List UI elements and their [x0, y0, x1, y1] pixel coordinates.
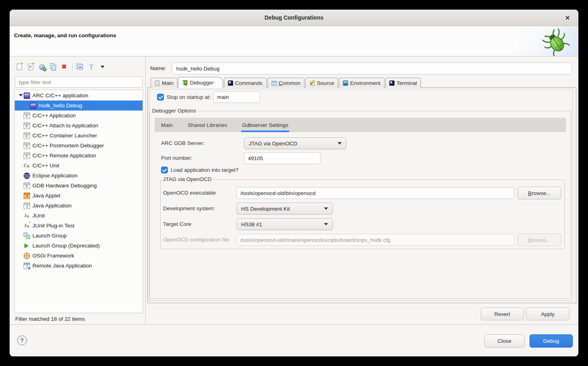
help-icon[interactable]: ? [17, 336, 27, 345]
environment-icon [343, 80, 348, 86]
terminal-icon [389, 80, 395, 86]
tab-commands[interactable]: Commands [224, 78, 267, 88]
tree-item-java-applet[interactable]: Java Applet [15, 191, 143, 201]
tree-item-c-container-launcher[interactable]: C/C++ Container Launcher [15, 131, 143, 141]
chevron-down-icon [324, 207, 328, 210]
file-icon [155, 80, 159, 86]
tree-item-launch-group[interactable]: Launch Group [15, 231, 143, 241]
duplicate-launch-configuration-icon[interactable] [49, 62, 57, 71]
arc-gdb-server-label: ARC GDB Server: [161, 140, 205, 146]
c-window-icon [24, 113, 30, 119]
jtag-openocd-group: JTAG via OpenOCD OpenOCD executable Brow… [160, 179, 565, 249]
tab-main[interactable]: Main [151, 78, 177, 88]
tree-item-c-remote[interactable]: C/C++ Remote Application [15, 151, 143, 161]
tree-item-launch-group-deprecated[interactable]: Launch Group (Deprecated) [15, 241, 143, 251]
tab-source[interactable]: Source [305, 78, 338, 88]
window-title: Debug Configurations [265, 14, 324, 21]
c-window-icon [24, 183, 30, 189]
jtag-openocd-group-label: JTAG via OpenOCD [161, 176, 213, 182]
expander-arrow-icon[interactable] [19, 94, 23, 97]
openocd-config-file-label: OpenOCD configuration file [163, 237, 229, 243]
header-banner: Create, manage, and run configurations [10, 26, 578, 56]
new-prototype-icon[interactable]: P✦ [26, 62, 34, 71]
filter-launch-configurations-icon[interactable] [87, 62, 95, 71]
target-core-combo[interactable]: HS38 #1 [236, 218, 333, 230]
tree-item-junit[interactable]: JUnit [15, 211, 143, 221]
load-application-checkbox[interactable] [161, 167, 168, 173]
tree-item-java-application[interactable]: Java Application [15, 201, 143, 211]
port-number-label: Port number: [161, 155, 192, 161]
openocd-executable-input[interactable] [236, 187, 514, 199]
arc-icon [24, 93, 30, 99]
openocd-executable-label: OpenOCD executable [163, 190, 216, 196]
delete-launch-configuration-icon[interactable]: ✖ [60, 62, 68, 71]
export-launch-configurations-icon[interactable] [38, 62, 46, 71]
configurations-tree: ARC C/C++ application hsdk_hello Debug C… [14, 90, 143, 313]
debug-button[interactable]: Debug [530, 334, 573, 348]
dialog-subtitle: Create, manage, and run configurations [14, 32, 116, 38]
browse-executable-button[interactable]: Browse... [518, 187, 561, 199]
junit-icon [24, 213, 30, 219]
tree-item-junit-plugin-test[interactable]: ✦ JUnit Plug-in Test [15, 221, 143, 231]
dialog-footer: ? Close Debug [10, 325, 578, 356]
tree-item-hsdk-hello-debug[interactable]: hsdk_hello Debug [15, 101, 143, 111]
revert-button[interactable]: Revert [481, 308, 524, 320]
collapse-all-icon[interactable] [76, 62, 84, 71]
arc-gdb-server-combo[interactable]: JTAG via OpenOCD [244, 137, 346, 149]
java-window-icon [24, 203, 30, 209]
tab-environment[interactable]: Environment [339, 78, 385, 88]
tree-item-c-application[interactable]: C/C++ Application [15, 111, 143, 121]
view-menu-arrow-icon[interactable] [99, 62, 107, 71]
openocd-config-file-input [236, 234, 514, 246]
new-launch-configuration-icon[interactable]: ✦ [15, 62, 23, 71]
tree-item-osgi-framework[interactable]: OSGi Framework [15, 251, 143, 261]
table-icon [272, 81, 277, 86]
close-icon[interactable]: ✕ [565, 15, 570, 21]
options-tab-shared-libraries[interactable]: Shared Libraries [187, 118, 227, 132]
filter-status-text: Filter matched 18 of 22 items [15, 316, 85, 322]
remote-java-icon [24, 263, 30, 269]
launch-group-icon [24, 233, 30, 239]
debugger-options-group: Debugger Options Main Shared Libraries G… [149, 111, 571, 299]
toolbar-separator [72, 63, 72, 71]
close-button[interactable]: Close [484, 334, 525, 348]
configuration-editor: Name: Main Debugger Commands Common [146, 56, 578, 324]
tree-item-c-attach[interactable]: C/C++ Attach to Application [15, 121, 143, 131]
tab-terminal[interactable]: Terminal [385, 78, 421, 88]
development-system-combo[interactable]: HS Development Kit [236, 203, 333, 215]
stop-on-startup-label: Stop on startup at: [167, 94, 211, 100]
c-window-icon [24, 133, 30, 139]
c-unit-icon [24, 163, 30, 169]
titlebar[interactable]: Debug Configurations ✕ [10, 10, 578, 26]
apply-button[interactable]: Apply [526, 308, 570, 320]
name-input[interactable] [172, 62, 572, 74]
debug-configurations-dialog: Debug Configurations ✕ [10, 10, 578, 356]
bug-icon [182, 80, 188, 85]
tab-debugger[interactable]: Debugger [178, 77, 223, 88]
tree-item-arc-application[interactable]: ARC C/C++ application [15, 90, 143, 101]
tree-item-c-postmortem[interactable]: C/C++ Postmortem Debugger [15, 141, 143, 151]
browse-config-file-button: Browse... [518, 233, 561, 246]
filter-input[interactable] [15, 76, 143, 88]
c-window-icon [24, 143, 30, 149]
eclipse-sphere-icon [24, 173, 30, 179]
tab-common[interactable]: Common [268, 78, 305, 88]
launch-config-toolbar: ✦ P✦ ✖ [15, 62, 110, 72]
tree-item-eclipse-application[interactable]: Eclipse Application [15, 171, 143, 181]
console-icon [228, 80, 233, 86]
banner-gradient [518, 26, 578, 56]
tree-item-c-unit[interactable]: C/C++ Unit [15, 161, 143, 171]
osgi-target-icon [24, 253, 30, 259]
green-bug-icon [542, 28, 570, 56]
port-number-input[interactable] [244, 152, 320, 164]
options-tab-main[interactable]: Main [161, 118, 173, 132]
tree-item-gdb-hardware[interactable]: GDB Hardware Debugging [15, 181, 143, 191]
junit-plugin-icon: ✦ [24, 223, 30, 229]
arc-icon [30, 103, 36, 109]
tree-item-remote-java[interactable]: Remote Java Application [15, 261, 143, 271]
java-applet-icon [24, 193, 30, 199]
options-tab-gdbserver-settings[interactable]: Gdbserver Settings [242, 118, 288, 132]
source-pencil-icon [309, 80, 315, 86]
stop-on-startup-checkbox[interactable] [157, 94, 164, 101]
stop-on-startup-input[interactable] [213, 91, 260, 103]
